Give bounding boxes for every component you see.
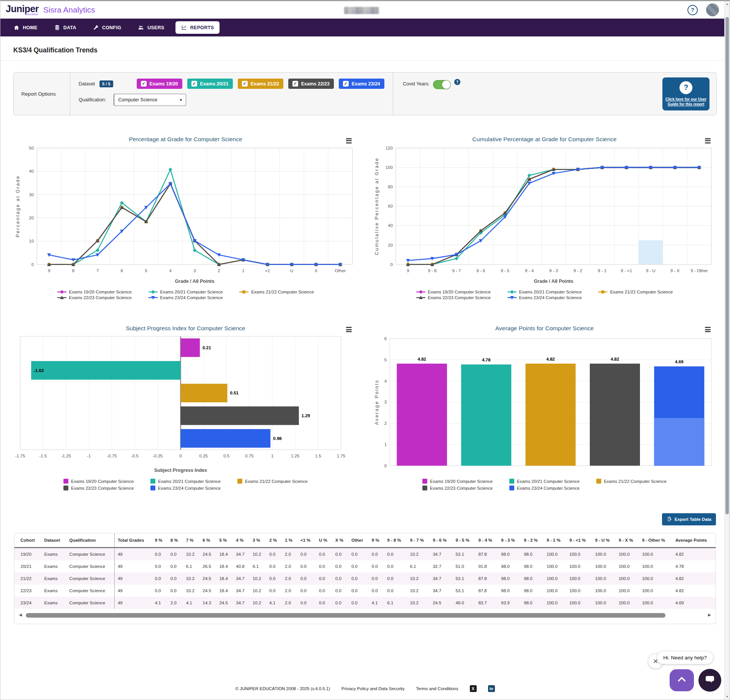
table-cell: 4.82 [672, 547, 716, 560]
scroll-up-icon[interactable]: ▲ [725, 2, 730, 6]
table-cell: 0.0 [332, 597, 348, 609]
table-cell: 49 [114, 572, 152, 585]
dataset-chip-exams-21-22[interactable]: ✓Exams 21/22 [238, 79, 283, 89]
user-guide-button[interactable]: ? Click here for our User Guide for this… [662, 77, 709, 110]
legend-label: Exams 23/24 Computer Science [160, 295, 223, 300]
legend-item-exams-19-20-computer-science[interactable]: Exams 19/20 Computer Science [63, 479, 134, 484]
scroll-right-icon[interactable]: ▶ [708, 613, 711, 617]
v-scrollbar-thumb[interactable] [725, 17, 729, 514]
nav-item-reports[interactable]: REPORTS [175, 21, 220, 34]
legend-item-exams-19-20-computer-science[interactable]: Exams 19/20 Computer Science [57, 290, 132, 294]
results-table-container: CohortDatasetQualificationTotal Grades9 … [14, 533, 716, 624]
legend-item-exams-22-23-computer-science[interactable]: Exams 22/23 Computer Science [57, 295, 132, 300]
juniper-logo[interactable]: Juniper Education Sisra Analytics [6, 4, 95, 16]
legend-item-exams-23-24-computer-science[interactable]: Exams 23/24 Computer Science [150, 486, 221, 491]
svg-text:100: 100 [386, 165, 393, 170]
nav-item-data[interactable]: DATA [49, 21, 82, 34]
main-content: KS3/4 Qualification Trends Report Option… [0, 36, 730, 700]
legend-item-exams-22-23-computer-science[interactable]: Exams 22/23 Computer Science [416, 295, 491, 300]
nav-item-users[interactable]: USERS [132, 21, 170, 34]
legend-item-exams-20-21-computer-science[interactable]: Exams 20/21 Computer Science [149, 290, 223, 294]
legend-item-exams-21-22-computer-science[interactable]: Exams 21/22 Computer Science [596, 479, 667, 484]
table-row: 23/24ExamsComputer Science494.12.04.114.… [14, 597, 716, 609]
legend-item-exams-21-22-computer-science[interactable]: Exams 21/22 Computer Science [237, 479, 308, 484]
legend-item-exams-21-22-computer-science[interactable]: Exams 21/22 Computer Science [239, 290, 314, 294]
svg-text:9 - U: 9 - U [646, 268, 656, 273]
table-horizontal-scrollbar[interactable]: ◀ ▶ [19, 613, 711, 618]
table-cell: 18.4 [216, 547, 233, 560]
table-cell: 100.0 [616, 572, 639, 585]
table-cell: 51.0 [452, 560, 475, 572]
linkedin-icon[interactable]: in [488, 685, 495, 692]
table-cell: 100.0 [592, 572, 616, 585]
legend-item-exams-19-20-computer-science[interactable]: Exams 19/20 Computer Science [422, 479, 493, 484]
table-cell: 10.2 [250, 547, 266, 560]
scroll-down-icon[interactable]: ▼ [725, 695, 730, 698]
privacy-link[interactable]: Privacy Policy and Data Security [341, 686, 405, 691]
table-cell: 0.0 [167, 585, 183, 597]
table-cell: 6.1 [384, 597, 407, 609]
legend-item-exams-20-21-computer-science[interactable]: Exams 20/21 Computer Science [509, 479, 580, 484]
table-cell: Computer Science [66, 572, 114, 585]
svg-text:9 - 7: 9 - 7 [452, 268, 461, 273]
chat-button[interactable] [698, 669, 721, 692]
table-cell: 0.0 [297, 547, 316, 560]
covid-years-toggle[interactable] [433, 80, 451, 89]
svg-text:6: 6 [121, 268, 123, 273]
table-cell: 0.0 [316, 597, 332, 609]
export-button-label: Export Table Data [675, 517, 711, 522]
legend-item-exams-20-21-computer-science[interactable]: Exams 20/21 Computer Science [507, 290, 582, 294]
checkbox-icon[interactable]: ✓ [292, 81, 298, 87]
legend-item-exams-20-21-computer-science[interactable]: Exams 20/21 Computer Science [150, 479, 221, 484]
hamburger-menu-icon[interactable] [345, 325, 352, 334]
legend-label: Exams 21/22 Computer Science [610, 290, 673, 294]
table-cell: 18.4 [216, 560, 233, 572]
dataset-chip-exams-22-23[interactable]: ✓Exams 22/23 [288, 79, 334, 89]
legend-item-exams-19-20-computer-science[interactable]: Exams 19/20 Computer Science [416, 290, 491, 294]
hamburger-menu-icon[interactable] [345, 136, 352, 145]
legend-item-exams-23-24-computer-science[interactable]: Exams 23/24 Computer Science [149, 295, 223, 300]
legend-item-exams-21-22-computer-science[interactable]: Exams 21/22 Computer Science [598, 290, 673, 294]
nav-item-config[interactable]: CONFIG [87, 21, 127, 34]
dataset-chip-exams-20-21[interactable]: ✓Exams 20/21 [187, 79, 233, 89]
checkbox-icon[interactable]: ✓ [141, 81, 147, 87]
table-header: 9 - 1 % [544, 533, 566, 548]
h-scrollbar-thumb[interactable] [26, 613, 665, 618]
table-cell: 10.2 [407, 572, 430, 585]
scroll-left-icon[interactable]: ◀ [19, 613, 22, 617]
export-table-data-button[interactable]: Export Table Data [662, 513, 716, 525]
checkbox-icon[interactable]: ✓ [343, 81, 349, 87]
legend-item-exams-22-23-computer-science[interactable]: Exams 22/23 Computer Science [63, 486, 134, 491]
table-header: 8 % [167, 533, 183, 548]
table-cell: 0.0 [297, 597, 316, 609]
table-cell: 49.0 [452, 597, 475, 609]
dataset-chip-exams-23-24[interactable]: ✓Exams 23/24 [339, 79, 384, 89]
svg-text:120: 120 [386, 146, 393, 150]
checkbox-icon[interactable]: ✓ [191, 81, 197, 87]
avatar[interactable] [706, 3, 719, 16]
table-cell: 0.0 [348, 547, 368, 560]
legend-marker-icon [416, 295, 425, 300]
table-cell: 10.2 [250, 572, 266, 585]
x-logo-icon[interactable]: X [470, 685, 477, 692]
nav-item-home[interactable]: HOME [8, 21, 43, 34]
table-cell: 83.7 [475, 597, 498, 609]
hamburger-menu-icon[interactable] [704, 136, 711, 145]
legend-marker-icon [598, 290, 607, 294]
scroll-to-top-button[interactable] [670, 669, 694, 691]
hamburger-menu-icon[interactable] [704, 325, 711, 334]
qualification-select[interactable]: Computer Science ▾ [114, 94, 186, 106]
dataset-chip-exams-19-20[interactable]: ✓Exams 19/20 [137, 79, 182, 89]
help-icon[interactable]: ? [687, 5, 698, 15]
legend-item-exams-23-24-computer-science[interactable]: Exams 23/24 Computer Science [507, 295, 582, 300]
table-cell: 0.0 [369, 572, 384, 585]
terms-link[interactable]: Terms and Conditions [416, 686, 458, 691]
chart-card-cumulative-percentage-at-grade-for-computer-science: Cumulative Percentage at Grade for Compu… [370, 136, 719, 300]
table-cell: 100.0 [639, 597, 672, 609]
legend-item-exams-22-23-computer-science[interactable]: Exams 22/23 Computer Science [422, 486, 493, 491]
checkbox-icon[interactable]: ✓ [242, 81, 248, 87]
covid-help-icon[interactable]: ? [454, 79, 460, 85]
legend-item-exams-23-24-computer-science[interactable]: Exams 23/24 Computer Science [509, 486, 580, 491]
table-header: 5 % [216, 533, 233, 548]
page-vertical-scrollbar[interactable]: ▲ ▼ [724, 1, 730, 700]
